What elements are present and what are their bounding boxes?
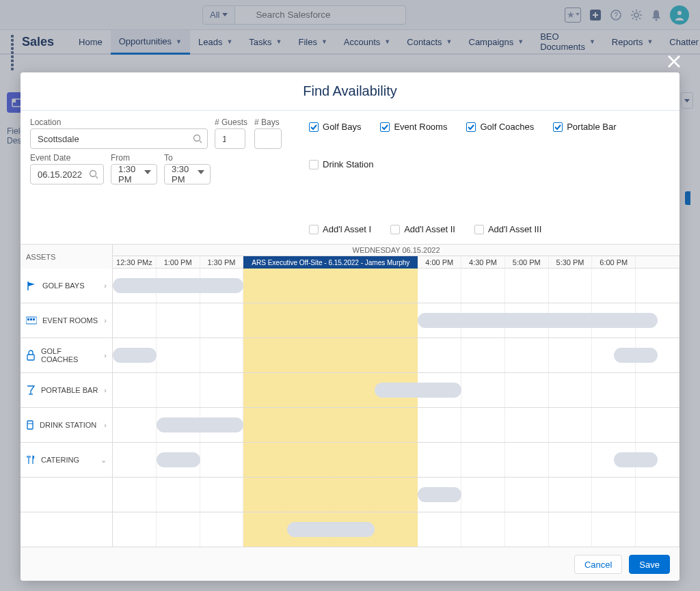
asset-check-add-l-asset-i[interactable]: Add'l Asset I bbox=[309, 224, 371, 234]
svg-rect-29 bbox=[33, 318, 35, 320]
to-label: To bbox=[164, 153, 211, 163]
availability-grid: ASSETS WEDNESDAY 06.15.2022 12:30 PMz1:0… bbox=[21, 244, 679, 547]
grid-date-header: WEDNESDAY 06.15.2022 bbox=[113, 245, 679, 256]
asset-row-label[interactable]: PORTABLE BAR› bbox=[21, 373, 113, 407]
chevron-right-icon: › bbox=[104, 421, 107, 429]
booked-chip[interactable] bbox=[157, 452, 200, 467]
selected-time-range bbox=[243, 303, 418, 338]
asset-row: GOLF COACHES› bbox=[21, 338, 679, 373]
asset-row bbox=[21, 478, 679, 512]
chevron-right-icon: › bbox=[104, 386, 107, 394]
selected-time-range bbox=[243, 443, 418, 477]
booked-chip[interactable] bbox=[287, 522, 375, 537]
close-modal-button[interactable] bbox=[667, 55, 681, 68]
asset-row: DRINK STATION› bbox=[21, 408, 679, 443]
fork-icon bbox=[26, 454, 36, 465]
asset-row-label bbox=[21, 512, 113, 547]
asset-check-drink-station[interactable]: Drink Station bbox=[309, 159, 373, 169]
asset-row-label bbox=[21, 478, 113, 512]
asset-check-portable-bar[interactable]: Portable Bar bbox=[553, 122, 616, 132]
asset-check-golf-coaches[interactable]: Golf Coaches bbox=[466, 122, 534, 132]
guests-label: # Guests bbox=[215, 118, 247, 127]
from-label: From bbox=[111, 153, 157, 163]
selected-time-range bbox=[243, 408, 418, 442]
time-col: 1:30 PM bbox=[200, 256, 244, 268]
chevron-right-icon: › bbox=[104, 351, 107, 359]
asset-check-event-rooms[interactable]: Event Rooms bbox=[380, 122, 447, 132]
asset-row: PORTABLE BAR› bbox=[21, 373, 679, 408]
guests-input[interactable] bbox=[215, 128, 245, 149]
caret-down-icon bbox=[144, 170, 151, 174]
drink-icon bbox=[26, 385, 36, 396]
asset-row-label[interactable]: DRINK STATION› bbox=[21, 408, 113, 442]
booked-chip[interactable] bbox=[418, 313, 658, 328]
time-col: 5:30 PM bbox=[549, 256, 593, 268]
save-button[interactable]: Save bbox=[629, 555, 670, 574]
time-col: 4:00 PM bbox=[418, 256, 461, 268]
room-icon bbox=[26, 316, 37, 325]
asset-check-golf-bays[interactable]: Golf Bays bbox=[309, 122, 361, 132]
asset-row: GOLF BAYS› bbox=[21, 269, 679, 303]
modal-title: Find Availability bbox=[21, 72, 679, 111]
time-col: 6:00 PM bbox=[592, 256, 636, 268]
asset-check-add-l-asset-iii[interactable]: Add'l Asset III bbox=[474, 224, 541, 234]
booking-header-chip: ARS Executive Off-Site - 6.15.2022 - Jam… bbox=[243, 256, 418, 269]
cancel-button[interactable]: Cancel bbox=[574, 555, 622, 574]
asset-row-label[interactable]: CATERING⌄ bbox=[21, 443, 113, 477]
booked-chip[interactable] bbox=[113, 278, 243, 293]
booked-chip[interactable] bbox=[157, 417, 244, 432]
asset-row-label[interactable]: EVENT ROOMS› bbox=[21, 303, 113, 338]
to-select[interactable]: 3:30 PM bbox=[164, 164, 211, 184]
svg-rect-30 bbox=[27, 355, 34, 360]
selected-time-range bbox=[243, 478, 418, 512]
svg-rect-27 bbox=[27, 318, 29, 320]
caret-down-icon bbox=[198, 170, 204, 174]
asset-row: CATERING⌄ bbox=[21, 443, 679, 478]
svg-rect-32 bbox=[27, 421, 33, 429]
asset-row-label[interactable]: GOLF COACHES› bbox=[21, 338, 113, 372]
svg-rect-28 bbox=[30, 318, 32, 320]
asset-row: EVENT ROOMS› bbox=[21, 303, 679, 338]
bays-label: # Bays bbox=[254, 118, 282, 127]
booked-chip[interactable] bbox=[418, 487, 461, 502]
selected-time-range bbox=[243, 269, 418, 303]
chevron-right-icon: › bbox=[104, 316, 107, 325]
bays-input[interactable] bbox=[254, 128, 282, 149]
from-select[interactable]: 1:30 PM bbox=[111, 164, 157, 184]
time-col bbox=[636, 256, 679, 268]
flag-icon bbox=[26, 280, 37, 291]
lock-icon bbox=[26, 350, 36, 361]
booked-chip[interactable] bbox=[113, 348, 157, 363]
time-col: 5:00 PM bbox=[505, 256, 549, 268]
event-date-label: Event Date bbox=[30, 153, 104, 163]
asset-check-add-l-asset-ii[interactable]: Add'l Asset II bbox=[390, 224, 455, 234]
asset-row bbox=[21, 512, 679, 547]
location-input[interactable] bbox=[30, 128, 208, 149]
find-availability-modal: Find Availability Location # Guests # Ba… bbox=[21, 72, 679, 581]
event-date-input[interactable] bbox=[30, 164, 104, 184]
time-col: 4:30 PM bbox=[461, 256, 505, 268]
time-col: 1:00 PM bbox=[157, 256, 200, 268]
booked-chip[interactable] bbox=[375, 383, 462, 398]
cup-icon bbox=[26, 420, 34, 430]
assets-header: ASSETS bbox=[21, 245, 113, 269]
selected-time-range bbox=[243, 338, 418, 372]
chevron-down-icon: ⌄ bbox=[100, 456, 107, 465]
chevron-right-icon: › bbox=[104, 281, 107, 290]
time-col: 12:30 PMz bbox=[113, 256, 157, 268]
booked-chip[interactable] bbox=[614, 348, 658, 363]
location-label: Location bbox=[30, 118, 208, 127]
asset-row-label[interactable]: GOLF BAYS› bbox=[21, 269, 113, 303]
booked-chip[interactable] bbox=[614, 452, 658, 467]
